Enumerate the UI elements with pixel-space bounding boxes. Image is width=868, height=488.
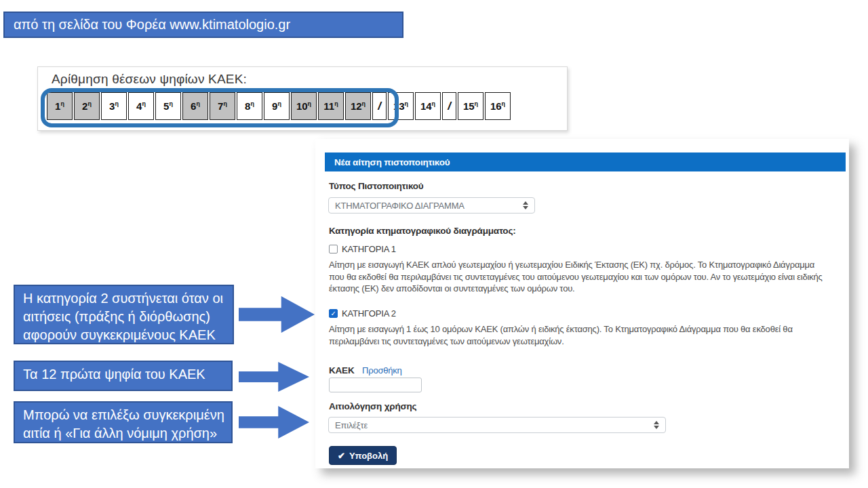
kaek-digit-cell: 15η: [458, 92, 484, 120]
arrow-to-category2-icon: [239, 296, 315, 333]
category1-label: ΚΑΤΗΓΟΡΙΑ 1: [342, 244, 396, 254]
kaek-digit-cell: 14η: [415, 92, 441, 120]
kaek-input[interactable]: [329, 378, 422, 392]
category1-description: Αίτηση με εισαγωγή ΚΑΕΚ απλού γεωτεμαχίο…: [329, 259, 832, 295]
kaek-digit-cell: 16η: [485, 92, 511, 120]
category2-checkbox-row[interactable]: ✓ ΚΑΤΗΓΟΡΙΑ 2: [329, 308, 396, 319]
panel-header: Νέα αίτηση πιστοποιητικού: [325, 152, 846, 171]
source-banner-text: από τη σελίδα του Φορέα www.ktimatologio…: [14, 17, 290, 33]
category1-checkbox-row[interactable]: ΚΑΤΗΓΟΡΙΑ 1: [329, 244, 396, 254]
kaek-digit-row: 1η2η3η4η5η6η7η8η9η10η11η12η/13η14η/15η16…: [47, 92, 511, 120]
submit-button-label: Υποβολή: [349, 451, 388, 461]
category2-description: Αίτηση με εισαγωγή 1 έως 10 ομόρων ΚΑΕΚ …: [329, 323, 832, 347]
select-updown-icon: [523, 201, 528, 209]
source-banner: από τη σελίδα του Φορέα www.ktimatologio…: [3, 12, 403, 38]
kaek-separator-cell: /: [442, 92, 456, 120]
callout-reason-text: Μπορώ να επιλέξω συγκεκριμένη αιτία ή «Γ…: [23, 407, 224, 441]
reason-select-value: Επιλέξτε: [335, 420, 368, 430]
kaek-digit-cell: 9η: [264, 92, 290, 120]
reason-label: Αιτιολόγηση χρήσης: [329, 401, 416, 411]
type-label: Τύπος Πιστοποιητικού: [329, 181, 424, 191]
certificate-type-value: ΚΤΗΜΑΤΟΓΡΑΦΙΚΟ ΔΙΑΓΡΑΜΜΑ: [335, 201, 465, 211]
certificate-request-panel: Νέα αίτηση πιστοποιητικού Τύπος Πιστοποι…: [315, 139, 849, 468]
category2-checkbox[interactable]: ✓: [329, 309, 338, 318]
kaek-digit-table-title: Αρίθμηση θέσεων ψηφίων ΚΑΕΚ:: [52, 72, 247, 87]
kaek-digit-cell: 13η: [388, 92, 414, 120]
callout-category2: Η κατηγορία 2 συστήνεται όταν οι αιτήσει…: [14, 285, 234, 344]
kaek-digit-cell: 12η: [345, 92, 371, 120]
callout-12-digits-text: Τα 12 πρώτα ψηφία του ΚΑΕΚ: [23, 367, 205, 382]
arrow-to-kaek-field-icon: [239, 362, 309, 392]
category1-checkbox[interactable]: [329, 245, 338, 253]
certificate-type-select[interactable]: ΚΤΗΜΑΤΟΓΡΑΦΙΚΟ ΔΙΑΓΡΑΜΜΑ: [328, 197, 535, 214]
submit-button[interactable]: ✔ Υποβολή: [329, 446, 397, 465]
callout-category2-text: Η κατηγορία 2 συστήνεται όταν οι αιτήσει…: [23, 291, 223, 342]
kaek-label: ΚΑΕΚ: [329, 365, 354, 375]
select-updown-icon: [654, 421, 659, 429]
reason-select[interactable]: Επιλέξτε: [328, 417, 666, 433]
kaek-digit-cell: 5η: [155, 92, 181, 120]
kaek-digit-cell: 7η: [210, 92, 235, 120]
kaek-add-link[interactable]: Προσθήκη: [362, 365, 402, 375]
kaek-digit-cell: 3η: [101, 92, 127, 120]
kaek-digit-cell: 8η: [237, 92, 262, 120]
callout-12-digits: Τα 12 πρώτα ψηφία του ΚΑΕΚ: [14, 361, 233, 391]
panel-header-title: Νέα αίτηση πιστοποιητικού: [334, 157, 450, 167]
category-section-label: Κατηγορία κτηματογραφικού διαγράμματος:: [329, 226, 516, 236]
arrow-to-reason-select-icon: [239, 406, 309, 439]
kaek-digit-cell: 1η: [47, 92, 73, 120]
callout-reason: Μπορώ να επιλέξω συγκεκριμένη αιτία ή «Γ…: [14, 401, 233, 443]
kaek-digit-cell: 11η: [318, 92, 344, 120]
kaek-digit-table: Αρίθμηση θέσεων ψηφίων ΚΑΕΚ: 1η2η3η4η5η6…: [37, 66, 568, 131]
kaek-digit-cell: 2η: [74, 92, 100, 120]
category2-label: ΚΑΤΗΓΟΡΙΑ 2: [342, 308, 396, 319]
kaek-digit-cell: 10η: [291, 92, 317, 120]
check-icon: ✔: [338, 451, 345, 461]
kaek-separator-cell: /: [372, 92, 387, 120]
kaek-digit-cell: 6η: [182, 92, 208, 120]
kaek-digit-cell: 4η: [128, 92, 154, 120]
